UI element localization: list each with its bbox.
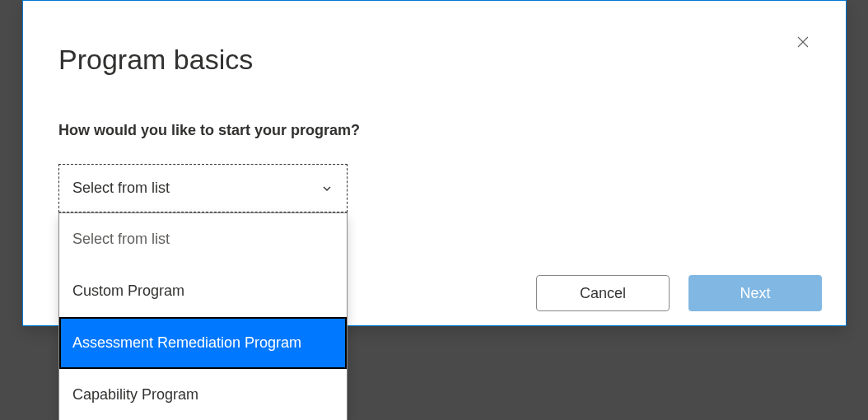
dropdown-option-capability[interactable]: Capability Program [59, 369, 347, 420]
modal-actions: Cancel Next [536, 275, 822, 311]
cancel-button[interactable]: Cancel [536, 275, 670, 311]
modal-title: Program basics [58, 44, 253, 76]
program-type-select-wrapper: Select from list Select from list Custom… [58, 164, 348, 212]
close-icon [796, 35, 810, 49]
dropdown-option-custom[interactable]: Custom Program [59, 265, 347, 317]
dropdown-option-assessment[interactable]: Assessment Remediation Program [59, 317, 347, 369]
close-button[interactable] [793, 32, 813, 52]
program-basics-modal: Program basics How would you like to sta… [22, 0, 847, 326]
program-type-select[interactable]: Select from list [58, 164, 348, 212]
chevron-down-icon [320, 182, 334, 195]
next-button[interactable]: Next [688, 275, 822, 311]
program-type-dropdown: Select from list Custom Program Assessme… [58, 212, 348, 420]
dropdown-option-placeholder[interactable]: Select from list [59, 213, 347, 265]
modal-question: How would you like to start your program… [58, 122, 360, 139]
select-value: Select from list [72, 180, 170, 197]
